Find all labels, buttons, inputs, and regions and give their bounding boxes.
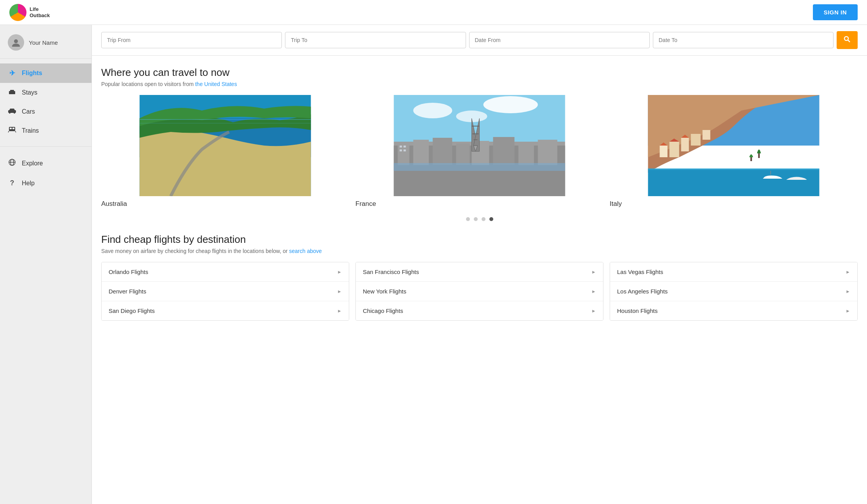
flight-item-label: Houston Flights (617, 307, 658, 314)
svg-rect-34 (538, 140, 557, 165)
sidebar-item-help[interactable]: ? Help (0, 174, 91, 193)
flight-arrow-icon: ► (337, 289, 342, 294)
sidebar: Your Name ✈ Flights Stays (0, 25, 92, 504)
sidebar-item-label: Help (22, 180, 35, 187)
subtitle-link[interactable]: the United States (195, 81, 237, 87)
flight-item-label: New York Flights (363, 288, 406, 295)
nav-section: ✈ Flights Stays (0, 59, 91, 145)
svg-line-10 (8, 131, 9, 132)
svg-point-15 (844, 37, 848, 40)
svg-rect-41 (400, 149, 402, 151)
sidebar-item-label: Flights (22, 70, 42, 77)
flight-item-san-diego[interactable]: San Diego Flights ► (102, 301, 349, 320)
flight-item-san-francisco[interactable]: San Francisco Flights ► (356, 262, 603, 282)
svg-rect-33 (519, 142, 534, 165)
svg-rect-52 (648, 169, 820, 196)
sign-in-button[interactable]: SIGN IN (813, 4, 858, 20)
svg-rect-53 (648, 168, 820, 170)
svg-rect-47 (691, 134, 701, 146)
flight-column-1: Orlando Flights ► Denver Flights ► San D… (101, 262, 349, 321)
sidebar-item-flights[interactable]: ✈ Flights (0, 63, 91, 83)
italy-label: Italy (610, 196, 858, 209)
svg-rect-2 (10, 90, 14, 92)
sidebar-item-label: Trains (22, 127, 39, 134)
carousel-dot-4[interactable] (489, 217, 493, 221)
trains-icon (8, 126, 16, 135)
cars-icon (8, 107, 16, 116)
sidebar-item-stays[interactable]: Stays (0, 83, 91, 102)
flight-item-label: Chicago Flights (363, 307, 403, 314)
italy-image (610, 95, 858, 196)
carousel-dot-2[interactable] (474, 217, 478, 221)
travel-section-subtitle: Popular locations open to visitors from … (101, 81, 858, 87)
sidebar-item-label: Cars (22, 108, 35, 115)
destination-card-italy[interactable]: Italy (610, 95, 858, 209)
flight-item-label: Las Vegas Flights (617, 269, 663, 275)
carousel-dot-3[interactable] (482, 217, 485, 221)
svg-point-5 (9, 112, 11, 114)
date-from-input[interactable] (469, 32, 650, 48)
svg-rect-48 (703, 130, 710, 140)
flight-item-label: San Francisco Flights (363, 269, 419, 275)
stays-icon (8, 88, 16, 97)
sidebar-item-label: Explore (22, 160, 43, 167)
flight-arrow-icon: ► (846, 269, 850, 275)
svg-rect-19 (140, 119, 311, 120)
france-image (355, 95, 603, 196)
destination-card-australia[interactable]: Australia (101, 95, 349, 209)
flight-item-houston[interactable]: Houston Flights ► (610, 301, 857, 320)
flight-item-label: Denver Flights (109, 288, 146, 295)
flight-item-denver[interactable]: Denver Flights ► (102, 282, 349, 301)
sidebar-item-cars[interactable]: Cars (0, 102, 91, 121)
carousel-dot-1[interactable] (466, 217, 470, 221)
flight-item-los-angeles[interactable]: Los Angeles Flights ► (610, 282, 857, 301)
svg-rect-42 (404, 149, 406, 151)
user-section: Your Name (0, 28, 91, 59)
sidebar-item-trains[interactable]: Trains (0, 121, 91, 140)
flight-item-las-vegas[interactable]: Las Vegas Flights ► (610, 262, 857, 282)
svg-point-24 (484, 96, 538, 113)
layout: Your Name ✈ Flights Stays (0, 25, 867, 504)
flight-item-label: Los Angeles Flights (617, 288, 668, 295)
svg-rect-44 (660, 146, 668, 157)
svg-rect-46 (681, 138, 689, 151)
destination-card-france[interactable]: France (355, 95, 603, 209)
flight-arrow-icon: ► (337, 269, 342, 275)
main-content: Where you can travel to now Popular loca… (92, 25, 867, 504)
flights-section-subtitle: Save money on airfare by checking for ch… (101, 248, 858, 254)
logo-icon (9, 4, 26, 21)
search-button[interactable] (837, 31, 858, 49)
flight-item-label: San Diego Flights (109, 307, 155, 314)
sidebar-item-explore[interactable]: Explore (0, 153, 91, 174)
date-to-input[interactable] (653, 32, 834, 48)
sidebar-item-label: Stays (22, 89, 37, 96)
france-label: France (355, 196, 603, 209)
flight-arrow-icon: ► (591, 269, 596, 275)
nav-divider (0, 146, 91, 147)
flight-column-2: San Francisco Flights ► New York Flights… (355, 262, 603, 321)
travel-section-title: Where you can travel to now (101, 67, 858, 79)
svg-rect-28 (413, 140, 429, 165)
svg-rect-35 (394, 163, 565, 171)
flight-arrow-icon: ► (591, 308, 596, 314)
trip-from-input[interactable] (101, 32, 282, 48)
help-icon: ? (8, 179, 16, 187)
svg-rect-39 (400, 146, 402, 148)
svg-point-6 (14, 112, 15, 114)
svg-rect-32 (493, 137, 515, 165)
svg-rect-8 (10, 128, 12, 129)
flight-item-chicago[interactable]: Chicago Flights ► (356, 301, 603, 320)
nav-section-more: Explore ? Help (0, 148, 91, 197)
search-above-link[interactable]: search above (289, 248, 322, 254)
svg-line-11 (15, 131, 16, 132)
flight-item-orlando[interactable]: Orlando Flights ► (102, 262, 349, 282)
logo-text: LifeOutback (30, 6, 50, 18)
svg-point-0 (14, 39, 18, 43)
svg-rect-9 (12, 128, 14, 129)
flight-item-new-york[interactable]: New York Flights ► (356, 282, 603, 301)
trip-to-input[interactable] (285, 32, 466, 48)
svg-rect-55 (758, 153, 760, 158)
svg-rect-20 (140, 123, 311, 123)
flight-column-3: Las Vegas Flights ► Los Angeles Flights … (610, 262, 858, 321)
svg-rect-29 (433, 138, 452, 165)
